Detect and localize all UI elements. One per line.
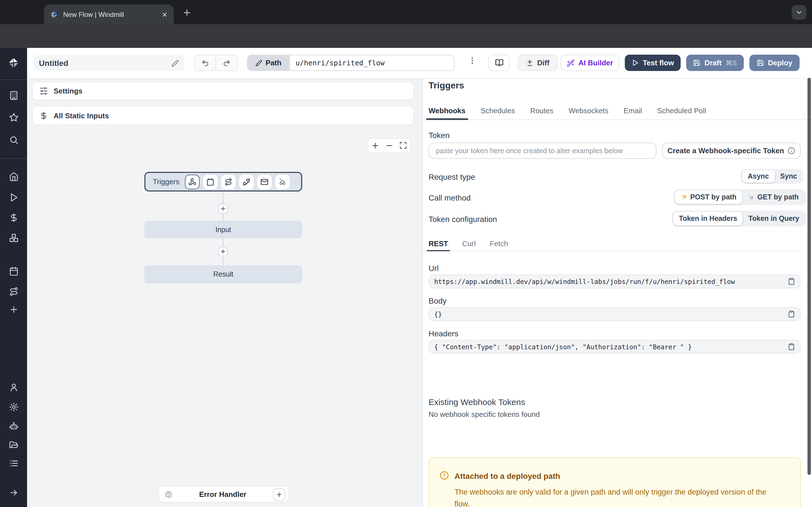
all-static-inputs-bar[interactable]: All Static Inputs (32, 106, 414, 125)
copy-icon[interactable] (788, 311, 795, 318)
url-label: Url (428, 264, 439, 273)
tab-search-button[interactable] (792, 5, 806, 20)
flow-editor-toolbar: Untitled Path u/henri/spirited_flow Diff (27, 48, 812, 79)
path-editor[interactable]: Path u/henri/spirited_flow (247, 55, 455, 71)
tab-title: New Flow | Windmill (63, 10, 157, 18)
edge-line (223, 193, 223, 204)
close-icon[interactable] (161, 11, 168, 18)
building-icon (9, 91, 18, 100)
email-trigger-button[interactable] (257, 174, 272, 189)
windmill-logo[interactable] (0, 55, 27, 71)
insert-step-button[interactable] (218, 204, 228, 214)
zoom-in-icon[interactable] (371, 141, 379, 150)
webhook-trigger-button[interactable] (185, 174, 200, 189)
route-trigger-button[interactable] (221, 174, 236, 189)
url-field[interactable]: https://app.windmill.dev/api/w/windmill-… (428, 274, 801, 288)
deploy-label: Deploy (768, 59, 793, 67)
call-method-post[interactable]: POST by path (675, 190, 742, 204)
sidebar-item-variables[interactable] (0, 209, 27, 226)
request-type-async[interactable]: Async (742, 170, 774, 182)
body-field[interactable]: {} (428, 307, 801, 321)
pencil-icon (255, 59, 262, 66)
deploy-button[interactable]: Deploy (749, 55, 800, 71)
path-value[interactable]: u/henri/spirited_flow (290, 55, 455, 71)
input-node[interactable]: Input (144, 221, 302, 238)
dollar-icon (9, 213, 18, 222)
calendar-icon (206, 178, 214, 186)
sidebar-item-schedules[interactable] (0, 263, 27, 279)
scrollbar[interactable] (807, 48, 811, 507)
diff-button[interactable]: Diff (518, 55, 558, 71)
tab-curl[interactable]: Curl (462, 237, 476, 251)
error-handler-label: Error Handler (172, 490, 273, 499)
edge-line (223, 256, 223, 265)
settings-bar[interactable]: Settings (32, 82, 414, 100)
result-node[interactable]: Result (144, 265, 302, 283)
sidebar-expand-button[interactable] (0, 484, 27, 501)
schedule-trigger-button[interactable] (203, 174, 218, 189)
scrollbar-thumb[interactable] (808, 78, 811, 475)
ai-builder-button[interactable]: AI Builder (560, 55, 619, 71)
fit-view-icon[interactable] (399, 142, 407, 149)
request-type-toggle: Async Sync (741, 169, 804, 184)
undo-button[interactable] (194, 55, 216, 71)
triggers-node[interactable]: Triggers (144, 172, 302, 191)
request-type-sync[interactable]: Sync (774, 170, 803, 182)
redo-button[interactable] (216, 55, 238, 71)
browser-tab[interactable]: New Flow | Windmill (44, 4, 174, 24)
more-options-icon[interactable] (468, 56, 476, 65)
test-flow-button[interactable]: Test flow (625, 55, 680, 71)
zoom-out-icon[interactable] (385, 141, 394, 150)
sidebar-item-audit-logs[interactable] (0, 455, 27, 471)
tab-websockets[interactable]: Websockets (569, 101, 608, 119)
add-error-handler-button[interactable] (273, 488, 285, 501)
sidebar-item-add[interactable] (0, 301, 27, 318)
token-config-toggle: Token in Headers Token in Query (672, 211, 806, 226)
sidebar-item-resources[interactable] (0, 229, 27, 246)
copy-icon[interactable] (788, 278, 795, 285)
token-input[interactable] (428, 143, 656, 159)
sidebar-item-runs[interactable] (0, 189, 27, 206)
tab-fetch[interactable]: Fetch (490, 237, 508, 251)
existing-tokens-title: Existing Webhook Tokens (428, 397, 525, 407)
token-in-query[interactable]: Token in Query (743, 212, 805, 225)
new-tab-button[interactable] (179, 5, 194, 20)
websocket-trigger-button[interactable] (239, 174, 254, 189)
headers-label: Headers (428, 329, 458, 338)
docs-button[interactable] (488, 55, 510, 71)
sidebar-item-workspace[interactable] (0, 87, 27, 104)
insert-step-button[interactable] (218, 247, 228, 256)
sidebar-item-settings[interactable] (0, 398, 27, 415)
list-icon (9, 458, 18, 468)
chevron-down-icon (795, 8, 803, 16)
tab-webhooks[interactable]: Webhooks (428, 101, 465, 119)
sidebar-item-favorites[interactable] (0, 109, 27, 126)
sidebar-item-user[interactable] (0, 379, 27, 395)
sidebar-item-routes[interactable] (0, 283, 27, 300)
tab-schedules[interactable]: Schedules (481, 101, 515, 119)
scheduled-poll-trigger-button[interactable] (275, 174, 290, 189)
warning-body: The webhooks are only valid for a given … (455, 486, 774, 507)
sidebar-item-folders[interactable] (0, 436, 27, 453)
tab-email[interactable]: Email (624, 101, 642, 119)
flow-name-field[interactable]: Untitled (33, 55, 185, 71)
play-icon (9, 192, 18, 202)
plus-icon (220, 248, 226, 255)
call-method-get[interactable]: GET by path (742, 190, 804, 204)
sidebar-item-workers[interactable] (0, 417, 27, 434)
token-in-headers[interactable]: Token in Headers (673, 212, 743, 225)
flow-canvas[interactable]: Settings All Static Inputs Triggers (27, 79, 423, 507)
windmill-logo-icon (7, 57, 20, 69)
tab-rest[interactable]: REST (428, 237, 448, 251)
sidebar-item-search[interactable] (0, 131, 27, 148)
panel-title: Triggers (428, 80, 464, 91)
error-handler-node[interactable]: Error Handler (158, 486, 289, 503)
tab-routes[interactable]: Routes (530, 101, 553, 119)
path-label-segment[interactable]: Path (247, 55, 290, 71)
copy-icon[interactable] (788, 343, 795, 350)
tab-scheduled-poll[interactable]: Scheduled Poll (657, 101, 706, 119)
create-webhook-token-button[interactable]: Create a Webhook-specific Token (662, 143, 801, 159)
sidebar-item-home[interactable] (0, 168, 27, 185)
draft-button[interactable]: Draft ⌘S (686, 55, 744, 71)
headers-field[interactable]: { "Content-Type": "application/json", "A… (428, 340, 801, 354)
